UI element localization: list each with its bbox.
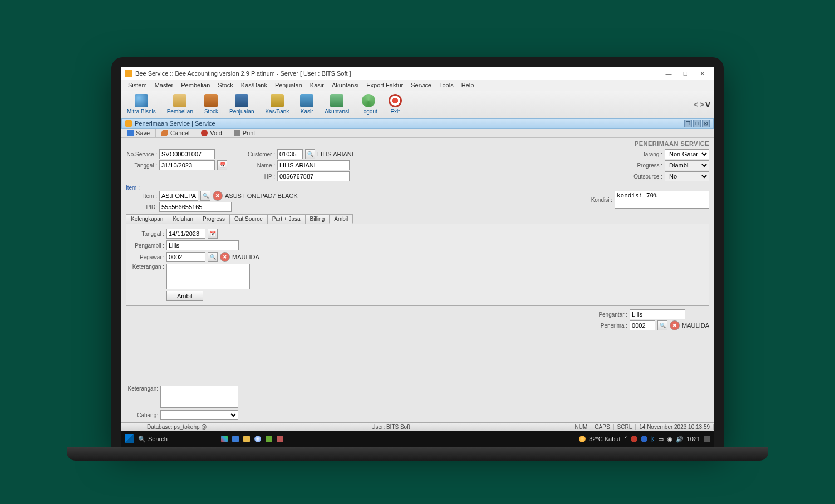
tab-progress[interactable]: Progress — [198, 214, 230, 224]
tab-outsource[interactable]: Out Source — [229, 214, 268, 224]
cancel-button[interactable]: Cancel — [156, 129, 195, 137]
menu-kasir[interactable]: Kasir — [307, 81, 327, 90]
void-button[interactable]: Void — [195, 129, 228, 137]
customer-code-input[interactable] — [277, 149, 303, 159]
nav-prev[interactable]: < — [694, 100, 698, 109]
tray-icon-1[interactable] — [631, 436, 637, 442]
pengambil-input[interactable] — [166, 240, 239, 250]
menu-sistem[interactable]: Sistem — [125, 81, 150, 90]
form-header-caption: PENERIMAAN SERVICE — [126, 140, 709, 147]
kasbank-icon — [271, 94, 284, 107]
status-datetime: 14 November 2023 10:13:59 — [636, 424, 714, 430]
menu-pembelian[interactable]: Pembelian — [178, 81, 213, 90]
tray-icon-2[interactable] — [641, 436, 647, 442]
taskbar-app-6[interactable] — [277, 436, 283, 442]
start-button[interactable] — [125, 434, 134, 443]
lookup-icon[interactable]: 🔍 — [305, 149, 315, 159]
inner-close-button[interactable]: ⊠ — [702, 120, 710, 127]
taskbar-app-4[interactable] — [254, 436, 261, 442]
keterangan-input[interactable] — [166, 264, 250, 289]
taskbar-app-2[interactable] — [232, 436, 239, 442]
cabang-select[interactable] — [160, 410, 238, 420]
tab-kelengkapan[interactable]: Kelengkapan — [126, 214, 168, 224]
inner-restore-button[interactable]: ❐ — [684, 120, 692, 127]
taskbar-app-3[interactable] — [243, 436, 250, 442]
tanggal-input[interactable] — [159, 160, 215, 170]
ambil-tanggal-input[interactable] — [166, 229, 205, 239]
tray-chevron-icon[interactable]: ˅ — [624, 436, 627, 443]
inner-window-title: Penerimaan Service | Service — [135, 120, 215, 127]
form-actionbar: Save Cancel Void Print — [121, 129, 714, 138]
taskbar-app-5[interactable] — [266, 436, 272, 442]
status-scrl: SCRL — [614, 424, 636, 430]
tab-billing[interactable]: Billing — [305, 214, 330, 224]
toolbar-kasir[interactable]: Kasir — [294, 91, 319, 118]
bluetooth-icon[interactable]: ᛒ — [651, 436, 655, 442]
nav-arrows: < > V — [690, 91, 714, 118]
ambil-calendar-icon[interactable]: 📅 — [208, 229, 218, 239]
menu-stock[interactable]: Stock — [214, 81, 237, 90]
penjualan-icon — [235, 94, 248, 107]
wifi-icon[interactable]: ◉ — [667, 436, 672, 443]
pid-input[interactable] — [159, 202, 232, 212]
keterangan2-input[interactable] — [160, 386, 238, 408]
name-input[interactable] — [277, 160, 350, 170]
penerima-clear-icon[interactable]: ✖ — [670, 320, 680, 330]
pegawai-lookup-icon[interactable]: 🔍 — [208, 252, 218, 262]
tabpane-ambil: Tanggal :📅 Pengambil : Pegawai :🔍✖MAULID… — [126, 224, 709, 306]
toolbar-akuntansi[interactable]: Akuntansi — [319, 91, 355, 118]
inner-app-icon — [125, 120, 132, 127]
toolbar-kasbank[interactable]: Kas/Bank — [259, 91, 294, 118]
kondisi-input[interactable]: kondisi 70% — [615, 191, 709, 209]
toolbar-mitrabisnis[interactable]: Mitra Bisnis — [121, 91, 161, 118]
item-name: ASUS FONEPAD7 BLACK — [225, 192, 298, 199]
item-clear-icon[interactable]: ✖ — [213, 191, 223, 201]
name-label: Name : — [244, 162, 275, 169]
no-service-input[interactable] — [159, 149, 215, 159]
outsource-select[interactable]: No — [665, 171, 709, 181]
menu-kasbank[interactable]: Kas/Bank — [238, 81, 271, 90]
item-lookup-icon[interactable]: 🔍 — [200, 191, 210, 201]
notification-icon[interactable] — [704, 436, 710, 442]
ambil-button[interactable]: Ambil — [166, 291, 203, 301]
menu-akuntansi[interactable]: Akuntansi — [328, 81, 362, 90]
penerima-code-input[interactable] — [630, 320, 655, 330]
menu-exportfaktur[interactable]: Export Faktur — [363, 81, 406, 90]
pegawai-clear-icon[interactable]: ✖ — [220, 252, 230, 262]
barang-select[interactable]: Non-Garansi — [665, 149, 709, 159]
pengantar-input[interactable] — [630, 309, 685, 319]
toolbar-penjualan[interactable]: Penjualan — [224, 91, 259, 118]
inner-max-button[interactable]: □ — [693, 120, 701, 127]
taskbar-search[interactable]: 🔍Search — [138, 436, 168, 443]
tab-keluhan[interactable]: Keluhan — [168, 214, 198, 224]
close-button[interactable]: ✕ — [694, 68, 710, 78]
menu-help[interactable]: Help — [458, 81, 478, 90]
menu-penjualan[interactable]: Penjualan — [272, 81, 306, 90]
hp-input[interactable] — [277, 171, 350, 181]
menu-master[interactable]: Master — [151, 81, 177, 90]
tab-ambil[interactable]: Ambil — [329, 214, 353, 224]
battery-icon[interactable]: ▭ — [658, 436, 664, 443]
toolbar-exit[interactable]: Exit — [383, 91, 407, 118]
taskbar-app-1[interactable] — [221, 436, 228, 442]
minimize-button[interactable]: — — [660, 68, 677, 78]
nav-next[interactable]: > — [699, 100, 704, 109]
save-button[interactable]: Save — [121, 129, 156, 137]
cabang-label: Cabang: — [126, 412, 158, 418]
tab-partjasa[interactable]: Part + Jasa — [267, 214, 306, 224]
print-button[interactable]: Print — [228, 129, 262, 137]
calendar-icon[interactable]: 📅 — [217, 160, 227, 170]
toolbar-logout[interactable]: Logout — [355, 91, 383, 118]
toolbar-pembelian[interactable]: Pembelian — [161, 91, 199, 118]
maximize-button[interactable]: □ — [677, 68, 694, 78]
nav-v[interactable]: V — [705, 100, 710, 109]
item-code-input[interactable] — [159, 191, 198, 201]
menu-service[interactable]: Service — [407, 81, 435, 90]
toolbar-stock[interactable]: Stock — [199, 91, 224, 118]
progress-select[interactable]: Diambil — [665, 160, 709, 170]
menu-tools[interactable]: Tools — [436, 81, 457, 90]
pegawai-code-input[interactable] — [166, 252, 205, 262]
sound-icon[interactable]: 🔊 — [676, 436, 684, 443]
statusbar: Database: ps_tokohp @ User: BITS Soft NU… — [121, 422, 714, 431]
penerima-lookup-icon[interactable]: 🔍 — [657, 320, 667, 330]
